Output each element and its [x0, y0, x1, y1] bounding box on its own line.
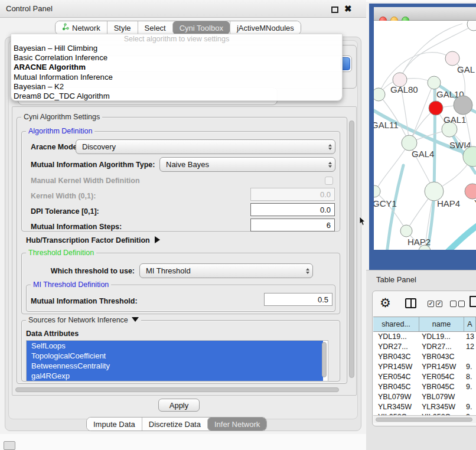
tab-label: Cyni Toolbox: [180, 24, 223, 32]
which-threshold-label: Which threshold to use:: [35, 267, 135, 275]
tab-style[interactable]: Style: [107, 21, 138, 34]
tab-select[interactable]: Select: [138, 21, 172, 34]
data-attribute-item[interactable]: BetweennessCentrality: [27, 361, 323, 371]
table-cell: YDL19...: [373, 332, 419, 342]
apply-button[interactable]: Apply: [158, 399, 200, 412]
table-horizontal-scrollbar[interactable]: [376, 418, 472, 422]
graph-node[interactable]: [445, 51, 459, 66]
table-row[interactable]: YDR27...YDR27...12: [373, 342, 476, 352]
popup-item-list: Bayesian – Hill ClimbingBasic Correlatio…: [11, 44, 342, 101]
bottom-left-widget-icon[interactable]: [4, 441, 15, 450]
algorithm-option[interactable]: Mutual Information Inference: [11, 73, 342, 82]
table-cell: 8.: [464, 372, 476, 382]
graph-node-label: HAP4: [437, 198, 460, 208]
manual-kernel-checkbox[interactable]: [325, 177, 333, 185]
graph-node-label: GAL: [457, 64, 475, 74]
table-header-row: shared...nameA: [373, 317, 476, 332]
which-threshold-value: MI Threshold: [146, 266, 191, 275]
mi-steps-field[interactable]: [250, 219, 335, 231]
algorithm-definition-title: Algorithm Definition: [26, 127, 94, 135]
sources-title-text: Sources for Network Inference: [28, 316, 128, 324]
kernel-width-field[interactable]: [250, 188, 335, 201]
table-row[interactable]: YBL079WYBL079W: [373, 392, 476, 402]
graph-node[interactable]: [465, 184, 476, 199]
table-row[interactable]: YLR345WYLR345W9.: [373, 402, 476, 412]
cyni-settings-group-title: Cyni Algorithm Settings: [21, 113, 102, 121]
tab-cyni-toolbox[interactable]: Cyni Toolbox: [172, 21, 230, 34]
graph-node[interactable]: [374, 88, 385, 101]
table-cell: YDR27...: [419, 342, 464, 352]
table-row[interactable]: YPR145WYPR145W9.: [373, 362, 476, 372]
which-threshold-combo[interactable]: MI Threshold: [139, 263, 313, 278]
settings-vertical-scrollbar[interactable]: [349, 120, 354, 378]
network-window-titlebar[interactable]: [374, 7, 476, 21]
tab-infer-network[interactable]: Infer Network: [207, 418, 266, 431]
deselect-all-checkbox-icon[interactable]: [458, 301, 465, 307]
mi-type-combo[interactable]: Naive Bayes: [159, 157, 335, 172]
deselect-all-checkbox-icon[interactable]: [450, 301, 457, 307]
float-window-icon[interactable]: [331, 6, 338, 13]
graph-node[interactable]: [454, 96, 472, 115]
graph-node[interactable]: [400, 225, 412, 237]
dpi-tolerance-field[interactable]: [250, 203, 335, 216]
close-icon[interactable]: ✖: [344, 4, 352, 14]
table-row[interactable]: YDL19...YDL19...13: [373, 332, 476, 342]
algorithm-option[interactable]: Bayesian – K2: [11, 82, 342, 92]
settings-horizontal-scrollbar[interactable]: [15, 387, 339, 392]
graph-node[interactable]: [467, 21, 476, 31]
aracne-mode-value: Discovery: [82, 142, 116, 151]
tab-label: Impute Data: [93, 420, 135, 429]
select-all-checkbox-icon[interactable]: ✓: [428, 301, 434, 307]
hub-definition-label: Hub/Transcription Factor Definition: [26, 236, 150, 244]
panel-tab-bar: NetworkStyleSelectCyni ToolboxjActiveMNo…: [55, 21, 301, 35]
mi-threshold-field[interactable]: [264, 293, 332, 306]
popup-prompt: Select algorithm to view settings: [11, 35, 342, 44]
table-row[interactable]: YBR045CYBR045C9.: [373, 382, 476, 392]
algorithm-option[interactable]: Dream8 DC_TDC Algorithm: [11, 92, 342, 101]
hub-definition-expander[interactable]: Hub/Transcription Factor Definition: [26, 236, 160, 244]
table-cell: YLR345W: [419, 402, 464, 412]
export-table-icon[interactable]: [470, 296, 476, 307]
column-header[interactable]: A: [464, 317, 476, 331]
data-attribute-item[interactable]: TopologicalCoefficient: [27, 351, 323, 361]
data-attributes-list: SelfLoopsTopologicalCoefficientBetweenne…: [26, 340, 328, 381]
column-header[interactable]: name: [419, 317, 464, 331]
data-attribute-item[interactable]: gal4RGexp: [27, 371, 323, 381]
table-cell: YDR27...: [373, 342, 419, 352]
aracne-mode-combo[interactable]: Discovery: [76, 139, 335, 154]
table-cell: YER054C: [419, 372, 464, 382]
algorithm-option[interactable]: ARACNE Algorithm: [11, 63, 342, 72]
tab-discretize-data[interactable]: Discretize Data: [142, 418, 207, 431]
sources-group-title[interactable]: Sources for Network Inference: [26, 316, 141, 324]
graph-node-label: GAL11: [374, 120, 399, 130]
table-cell: YLR345W: [373, 402, 419, 412]
expander-right-icon: [155, 236, 160, 243]
column-header[interactable]: shared...: [373, 317, 419, 331]
graph-node[interactable]: [428, 76, 441, 89]
data-attribute-item[interactable]: SelfLoops: [27, 341, 323, 351]
table-row[interactable]: YER054CYER054C8.: [373, 372, 476, 382]
table-horizontal-scrollbar-track: [373, 415, 476, 423]
expander-down-icon: [132, 317, 139, 322]
columns-icon[interactable]: [405, 298, 416, 308]
table-body: YDL19...YDL19...13YDR27...YDR27...12YBR0…: [373, 332, 476, 415]
mi-type-value: Naive Bayes: [166, 160, 209, 169]
tab-label: jActiveMNodules: [237, 24, 294, 32]
select-all-checkbox-icon[interactable]: ✓: [436, 301, 442, 307]
gear-icon[interactable]: ⚙: [380, 296, 391, 310]
tab-jactivemnodules[interactable]: jActiveMNodules: [230, 21, 301, 34]
network-canvas[interactable]: GALGAL80GAL10GAL1GAL11GAL4SWI4GCY1HAP4YH…: [374, 21, 476, 250]
algorithm-option[interactable]: Bayesian – Hill Climbing: [11, 44, 342, 53]
threshold-definition-title: Threshold Definition: [26, 249, 96, 257]
aracne-mode-label: Aracne Mode:: [31, 143, 80, 151]
table-row[interactable]: YBR043CYBR043C: [373, 352, 476, 362]
tab-network[interactable]: Network: [56, 21, 107, 34]
attribute-list-scrollbar[interactable]: [322, 342, 327, 377]
combo-stepper-icon: [306, 268, 309, 274]
algorithm-option[interactable]: Basic Correlation Inference: [11, 53, 342, 63]
table-cell: YBR045C: [373, 382, 419, 392]
tab-impute-data[interactable]: Impute Data: [87, 418, 142, 431]
mouse-cursor: [359, 216, 367, 227]
graph-node-label: GAL1: [444, 115, 466, 125]
graph-node[interactable]: [429, 101, 443, 115]
